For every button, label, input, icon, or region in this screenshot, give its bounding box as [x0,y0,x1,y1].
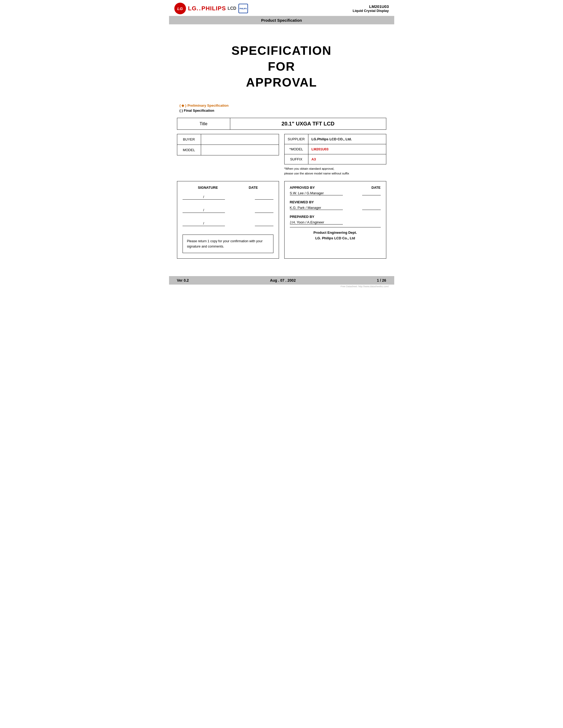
sig-date-3 [255,222,273,226]
info-area: BUYER MODEL SUPPLIER LG.Philips LCD CO.,… [177,134,386,176]
lcd-text: LCD [227,6,236,11]
buyer-row: BUYER [177,134,279,145]
signature-header: SIGNATURE [198,186,218,190]
dept-line2: LG. Philips LCD Co., Ltd [290,236,381,241]
watermark-text: Free Datasheet: http://www.datasheetku.c… [341,285,389,288]
approval-note: *When you obtain standard approval, plea… [284,167,386,176]
buyer-info: BUYER MODEL [177,134,279,176]
title-label-cell: Title [177,118,230,130]
header-model-info: LM201U03 Liquid Crystal Display [353,4,389,13]
suffix-row: SUFFIX A3 [284,154,386,164]
footer-version: Ver 0.2 [177,278,189,282]
reviewed-by-label: REVIEWED BY [290,200,381,204]
reviewed-by-name: K.G. Park / Manager [290,206,343,210]
buyer-table: BUYER MODEL [177,134,279,155]
main-content: SPECIFICATION FOR APPROVAL ( ◆ ) Prelimi… [169,24,394,268]
footer-page: 1 / 26 [377,278,386,282]
supplier-table: SUPPLIER LG.Philips LCD CO., Ltd. *MODEL… [284,134,386,164]
title-line3: APPROVAL [246,75,317,89]
title-value-cell: 20.1" UXGA TFT LCD [230,118,386,130]
supplier-row: SUPPLIER LG.Philips LCD CO., Ltd. [284,134,386,144]
sig-slash-3: / [203,221,204,225]
prepared-by-name: J.H. Yoon / A.Engineer [290,220,343,224]
title-line1: SPECIFICATION [231,44,332,57]
supplier-model-label: *MODEL [284,144,308,154]
page-footer: Ver 0.2 Aug . 07 . 2002 1 / 26 [169,276,394,285]
buyer-label: BUYER [177,134,201,145]
sig-line-3: / [182,221,225,226]
sig-slash-2: / [203,208,204,212]
dept-line1: Product Engineering Dept. [290,230,381,236]
date-header: DATE [249,186,258,190]
model-value [201,145,279,155]
final-marker: ( ) [180,109,183,113]
approval-note-line2: please use the above model name without … [284,171,386,176]
preliminary-spec-line: ( ◆ ) Preliminary Specification [180,104,386,107]
main-title-section: SPECIFICATION FOR APPROVAL [177,43,386,90]
dept-box: Product Engineering Dept. LG. Philips LC… [290,227,381,241]
supplier-label: SUPPLIER [284,134,308,144]
supplier-info: SUPPLIER LG.Philips LCD CO., Ltd. *MODEL… [284,134,386,176]
sig-row-3: / [182,221,273,227]
preliminary-marker: ( ◆ ) [180,104,186,107]
model-number: LM201U03 [353,4,389,9]
sig-header-row: SIGNATURE DATE [182,186,273,190]
brand-name: LG..PHILIPS LCD [188,5,236,12]
approval-date-label: DATE [372,186,381,190]
product-type: Liquid Crystal Display [353,9,389,13]
supplier-model-value: LM201U03 [308,144,386,154]
page-header: LG LG..PHILIPS LCD PHILIPS LM201U03 Liqu… [169,0,394,16]
prepared-by-label: PREPARED BY [290,215,381,219]
final-label: Final Specification [184,109,214,113]
approved-by-header: APPROVED BY DATE [290,186,381,190]
buyer-value [201,134,279,145]
model-row: MODEL [177,145,279,155]
return-note-text: Please return 1 copy for your confirmati… [187,239,263,248]
suffix-value: A3 [308,154,386,164]
lg-philips-text: LG. [188,5,199,12]
signature-box: SIGNATURE DATE / / / [177,181,279,259]
approval-note-line1: *When you obtain standard approval, [284,167,386,171]
banner-title: Product Specification [261,18,302,23]
sig-line-1: / [182,195,225,200]
approved-by-row: S.W. Lee / G.Manager [290,191,381,195]
spec-banner: Product Specification [169,16,394,24]
philips-text: PHILIPS [201,5,226,12]
sig-row-1: / [182,195,273,200]
model-label: MODEL [177,145,201,155]
lg-circle-logo: LG [174,3,186,14]
supplier-model-row: *MODEL LM201U03 [284,144,386,154]
lg-logo-text: LG [177,6,183,11]
sig-date-2 [255,209,273,213]
approved-date-line [362,191,381,195]
approved-by-name: S.W. Lee / G.Manager [290,191,343,195]
reviewed-date-line [362,206,381,210]
return-note-box: Please return 1 copy for your confirmati… [182,235,273,253]
prepared-by-row: J.H. Yoon / A.Engineer [290,220,381,224]
footer-date: Aug . 07 . 2002 [270,278,296,282]
approval-box: APPROVED BY DATE S.W. Lee / G.Manager RE… [284,181,386,259]
suffix-label: SUFFIX [284,154,308,164]
product-title-table: Title 20.1" UXGA TFT LCD [177,118,386,130]
dot-separator: . [199,5,201,12]
sig-line-2: / [182,208,225,213]
main-title: SPECIFICATION FOR APPROVAL [177,43,386,90]
approved-by-label: APPROVED BY [290,186,315,190]
sig-row-2: / [182,208,273,213]
philips-badge-text: PHILIPS [239,8,247,10]
title-line2: FOR [268,60,295,73]
sig-date-1 [255,195,273,200]
prepared-spacer [362,221,381,224]
philips-badge: PHILIPS [238,4,248,13]
spec-type-section: ( ◆ ) Preliminary Specification ( ) Fina… [180,104,386,113]
reviewed-by-row: K.G. Park / Manager [290,206,381,210]
sig-approval-area: SIGNATURE DATE / / / [177,181,386,259]
watermark: Free Datasheet: http://www.datasheetku.c… [169,285,394,288]
logo-area: LG LG..PHILIPS LCD PHILIPS [174,3,248,14]
preliminary-label: Preliminary Specification [187,104,228,107]
supplier-value: LG.Philips LCD CO., Ltd. [308,134,386,144]
final-spec-line: ( ) Final Specification [180,109,386,113]
sig-slash-1: / [203,195,204,199]
